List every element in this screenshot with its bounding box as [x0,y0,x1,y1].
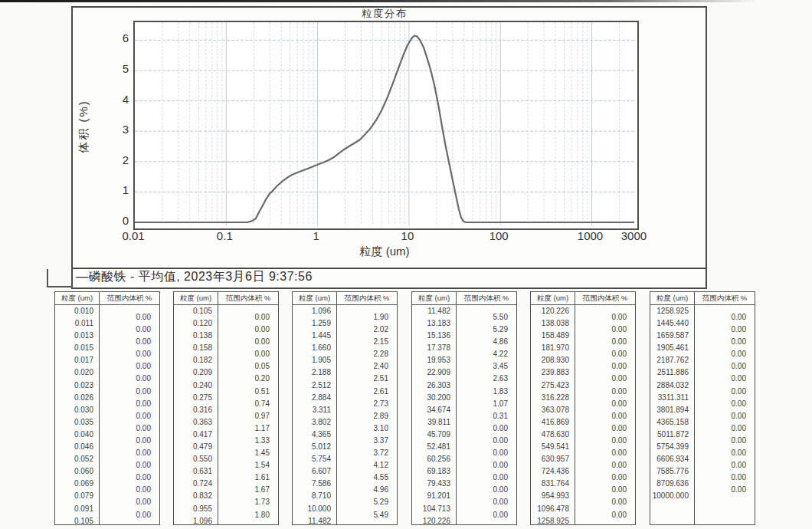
value-cell: 1.45 [218,447,278,459]
size-cell: 0.017 [55,354,99,366]
value-cell: 0.00 [100,311,159,324]
size-cell: 26.303 [412,380,456,392]
value-cell: 0.00 [575,472,635,484]
particle-size-table-4: 粒度 (um)范围内体积 %11.48213.18315.13617.37819… [411,291,517,525]
size-cell: 1.096 [174,515,218,527]
particle-size-table-1: 粒度 (um)范围内体积 %0.0100.0110.0130.0150.0170… [54,291,160,525]
value-cell: 0.00 [218,311,278,324]
volume-column: 0.000.000.000.000.000.000.000.000.000.00… [575,305,635,525]
size-cell: 0.035 [55,416,99,429]
size-cell: 363.078 [531,404,575,416]
value-cell: 0.00 [575,373,635,385]
value-cell: 0.00 [457,459,516,472]
value-cell: 0.00 [100,496,159,508]
value-cell: 1.54 [218,459,278,472]
column-header-size: 粒度 (um) [293,292,337,304]
size-cell: 1258.925 [531,515,575,527]
size-cell: 5.012 [293,441,336,453]
value-cell: 0.00 [695,324,755,336]
size-cell: 0.010 [55,305,99,317]
size-cell: 208.930 [531,354,575,366]
x-tick-label: 0.01 [122,229,144,243]
value-cell: 1.80 [218,509,278,521]
size-cell: 954.993 [531,490,575,502]
size-cell: 416.869 [531,416,575,429]
size-cell: 138.038 [531,317,575,330]
plot-area [133,21,639,230]
value-cell: 2.63 [457,373,516,385]
size-cell: 0.026 [55,392,99,404]
size-cell: 0.013 [55,330,99,342]
size-cell: 0.955 [174,503,218,515]
value-cell: 2.73 [337,398,397,410]
value-cell: 0.00 [100,398,159,410]
value-cell: 1.17 [218,422,278,435]
size-cell: 8709.636 [650,478,694,490]
size-cell: 2.512 [293,380,336,392]
size-cell: 1.445 [293,330,336,342]
column-header-volume: 范围内体积 % [337,292,397,304]
value-cell: 4.86 [457,336,516,348]
value-cell: 0.00 [695,398,755,410]
value-cell: 0.97 [218,410,278,422]
size-cell: 5754.399 [650,441,694,453]
size-cell: 0.316 [174,404,218,416]
size-cell: 0.105 [174,305,218,317]
value-cell: 1.07 [457,398,516,410]
size-cell: 0.040 [55,429,99,441]
value-cell: 0.00 [695,422,755,435]
x-tick-label: 1 [313,229,319,243]
value-cell: 3.45 [457,360,516,373]
column-header-volume: 范围内体积 % [100,292,159,304]
frequency-curve [135,36,634,223]
value-cell: 0.00 [575,459,635,472]
y-tick-label: 0 [106,214,129,228]
size-cell: 45.709 [412,429,456,441]
value-cell: 0.00 [695,472,755,484]
size-cell: 4365.158 [650,416,694,429]
volume-column: 5.505.294.864.223.452.631.831.070.310.00… [457,305,516,525]
distribution-curve-chart [135,22,634,225]
column-header-size: 粒度 (um) [412,292,457,304]
size-cell: 60.256 [412,453,456,465]
volume-column: 0.000.000.000.000.050.200.510.740.971.17… [218,305,278,525]
value-cell: 0.00 [575,398,635,410]
value-cell: 0.00 [695,459,755,472]
value-cell: 1.83 [457,386,516,398]
volume-column: 0.000.000.000.000.000.000.000.000.000.00… [695,305,755,525]
size-cell: 7.586 [293,478,336,490]
size-cell: 0.479 [174,441,218,453]
value-cell: 0.00 [457,472,516,484]
size-column: 11.48213.18315.13617.37819.95322.90926.3… [412,305,457,525]
column-header-size: 粒度 (um) [174,292,218,304]
x-tick-label: 100 [489,229,509,243]
column-header-size: 粒度 (um) [531,292,575,304]
value-cell: 2.28 [337,348,397,360]
value-cell: 2.02 [337,324,397,336]
value-cell: 0.00 [100,484,159,496]
size-cell: 0.275 [174,392,218,404]
value-cell: 4.22 [457,348,516,360]
size-cell: 3801.894 [650,404,694,416]
size-cell: 831.764 [531,478,575,490]
particle-size-table-2: 粒度 (um)范围内体积 %0.1050.1200.1380.1580.1820… [173,291,279,525]
size-column: 1.0961.2591.4451.6601.9052.1882.5122.884… [293,305,337,525]
size-cell: 3311.311 [650,392,694,404]
value-cell: 0.00 [100,459,159,472]
size-cell: 5.754 [293,453,336,465]
size-cell: 0.182 [174,354,218,366]
size-cell: 0.550 [174,453,218,465]
value-cell: 0.00 [695,311,755,324]
scan-artifact-line [47,286,73,288]
y-tick-label: 5 [106,62,129,76]
size-cell: 0.015 [55,342,99,354]
column-header-size: 粒度 (um) [55,292,100,304]
value-cell: 1.61 [218,472,278,484]
value-cell: 0.00 [575,496,635,508]
value-cell: 0.00 [575,422,635,435]
value-cell: 0.05 [218,360,278,373]
size-cell: 0.030 [55,404,99,416]
value-cell: 5.29 [457,324,516,336]
size-cell: 0.158 [174,342,218,354]
value-cell: 1.90 [337,311,397,324]
